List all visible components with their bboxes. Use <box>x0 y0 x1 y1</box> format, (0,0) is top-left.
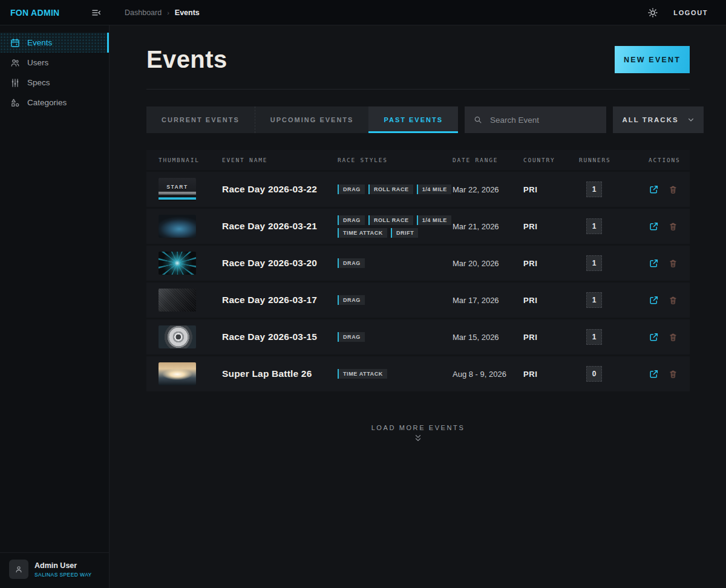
table-row[interactable]: Race Day 2026-03-21 DRAGROLL RACE1/4 MIL… <box>146 209 690 244</box>
open-edit-icon <box>649 258 659 269</box>
sidebar-item-users[interactable]: Users <box>0 53 109 73</box>
table-row[interactable]: Super Lap Battle 26 TIME ATTACK Aug 8 - … <box>146 356 690 391</box>
track-filter-select[interactable]: ALL TRACKS <box>613 106 704 133</box>
runners-count-badge: 1 <box>586 218 602 234</box>
event-country: PRI <box>523 185 579 194</box>
chevron-down-icon <box>687 116 695 123</box>
user-info: Admin User SALINAS SPEED WAY <box>34 561 92 578</box>
edit-event-button[interactable] <box>649 221 659 232</box>
table-row[interactable]: START Race Day 2026-03-22 DRAGROLL RACE1… <box>146 172 690 207</box>
delete-event-button[interactable] <box>669 259 678 268</box>
delete-event-button[interactable] <box>669 296 678 305</box>
column-header-actions: ACTIONS <box>649 157 681 163</box>
edit-event-button[interactable] <box>649 369 659 379</box>
race-style-tag: DRAG <box>338 258 365 268</box>
race-styles: TIME ATTACK <box>338 369 453 379</box>
runners-count-badge: 1 <box>586 329 602 345</box>
event-date-range: Mar 22, 2026 <box>453 185 523 194</box>
sidebar-item-categories[interactable]: Categories <box>0 93 109 113</box>
search-icon <box>474 116 482 124</box>
race-style-tag: 1/4 MILE <box>417 185 451 194</box>
open-edit-icon <box>649 295 659 305</box>
race-style-tag: DRAG <box>338 185 365 194</box>
breadcrumb-separator-icon: › <box>167 9 169 16</box>
avatar <box>9 560 28 579</box>
runners-count-badge: 1 <box>586 292 602 308</box>
runners-count-badge: 1 <box>586 181 602 197</box>
delete-event-button[interactable] <box>669 185 678 194</box>
tab-past-events[interactable]: PAST EVENTS <box>368 106 458 133</box>
thumbnail-label: START <box>166 184 188 190</box>
open-edit-icon <box>649 369 659 379</box>
table-body: START Race Day 2026-03-22 DRAGROLL RACE1… <box>146 172 690 391</box>
breadcrumb-current: Events <box>175 8 200 17</box>
edit-event-button[interactable] <box>649 185 659 195</box>
edit-event-button[interactable] <box>649 332 659 342</box>
topbar: FON ADMIN Dashboard › Events LOGOUT <box>0 0 726 25</box>
sidebar-item-label: Events <box>27 38 52 47</box>
tab-upcoming-events[interactable]: UPCOMING EVENTS <box>255 106 369 133</box>
search-input[interactable] <box>490 116 597 125</box>
trash-icon <box>669 259 678 268</box>
table-row[interactable]: Race Day 2026-03-20 DRAG Mar 20, 2026 PR… <box>146 246 690 281</box>
race-styles: DRAG <box>338 295 453 305</box>
tab-current-events[interactable]: CURRENT EVENTS <box>146 106 255 133</box>
open-edit-icon <box>649 332 659 342</box>
sidebar-collapse-button[interactable] <box>91 8 101 18</box>
search-box <box>465 106 606 133</box>
events-tabs: CURRENT EVENTS UPCOMING EVENTS PAST EVEN… <box>146 106 458 133</box>
sidebar-nav: Events Users <box>0 25 109 552</box>
load-more-button[interactable]: LOAD MORE EVENTS <box>371 424 465 442</box>
column-header-runners: RUNNERS <box>579 157 649 163</box>
race-styles: DRAG <box>338 258 453 268</box>
sidebar-user-card[interactable]: Admin User SALINAS SPEED WAY <box>0 552 109 588</box>
race-style-tag: ROLL RACE <box>368 185 413 194</box>
user-name: Admin User <box>34 561 92 570</box>
brand-area: FON ADMIN <box>0 0 110 25</box>
trash-icon <box>669 333 678 342</box>
sidebar-item-label: Specs <box>27 78 50 87</box>
event-country: PRI <box>523 370 579 379</box>
title-divider <box>146 89 690 90</box>
column-header-race-styles: RACE STYLES <box>338 157 453 163</box>
table-row[interactable]: Race Day 2026-03-17 DRAG Mar 17, 2026 PR… <box>146 283 690 318</box>
edit-event-button[interactable] <box>649 258 659 269</box>
row-actions <box>649 258 685 269</box>
breadcrumb: Dashboard › Events <box>125 8 200 17</box>
calendar-icon <box>10 38 20 48</box>
event-date-range: Mar 21, 2026 <box>453 222 523 231</box>
person-icon <box>15 565 23 573</box>
event-country: PRI <box>523 222 579 231</box>
delete-event-button[interactable] <box>669 222 678 231</box>
breadcrumb-dashboard[interactable]: Dashboard <box>125 8 162 17</box>
race-styles: DRAG <box>338 332 453 342</box>
topbar-right: LOGOUT <box>648 8 726 18</box>
event-thumbnail <box>159 362 196 385</box>
theme-toggle-button[interactable] <box>648 8 658 18</box>
title-row: Events NEW EVENT <box>146 46 690 73</box>
race-style-tag: DRAG <box>338 332 365 342</box>
logout-button[interactable]: LOGOUT <box>673 9 708 16</box>
runners-count-badge: 0 <box>586 366 602 382</box>
trash-icon <box>669 222 678 231</box>
user-subtitle: SALINAS SPEED WAY <box>34 572 92 578</box>
table-header: THUMBNAIL EVENT NAME RACE STYLES DATE RA… <box>146 150 690 170</box>
delete-event-button[interactable] <box>669 370 678 379</box>
race-style-tag: 1/4 MILE <box>417 215 451 225</box>
sidebar-item-events[interactable]: Events <box>0 33 109 53</box>
race-styles: DRAGROLL RACE1/4 MILE <box>338 185 453 194</box>
table-row[interactable]: Race Day 2026-03-15 DRAG Mar 15, 2026 PR… <box>146 319 690 354</box>
edit-event-button[interactable] <box>649 295 659 305</box>
column-header-country: COUNTRY <box>523 157 579 163</box>
sidebar-item-specs[interactable]: Specs <box>0 73 109 93</box>
new-event-button[interactable]: NEW EVENT <box>615 46 690 73</box>
event-date-range: Mar 20, 2026 <box>453 259 523 268</box>
shapes-icon <box>10 98 20 108</box>
event-name: Race Day 2026-03-17 <box>222 295 338 305</box>
column-header-thumbnail: THUMBNAIL <box>159 157 222 163</box>
event-name: Race Day 2026-03-15 <box>222 332 338 342</box>
delete-event-button[interactable] <box>669 333 678 342</box>
filter-row: CURRENT EVENTS UPCOMING EVENTS PAST EVEN… <box>146 106 690 133</box>
events-table: THUMBNAIL EVENT NAME RACE STYLES DATE RA… <box>146 150 690 391</box>
event-thumbnail <box>159 325 196 348</box>
